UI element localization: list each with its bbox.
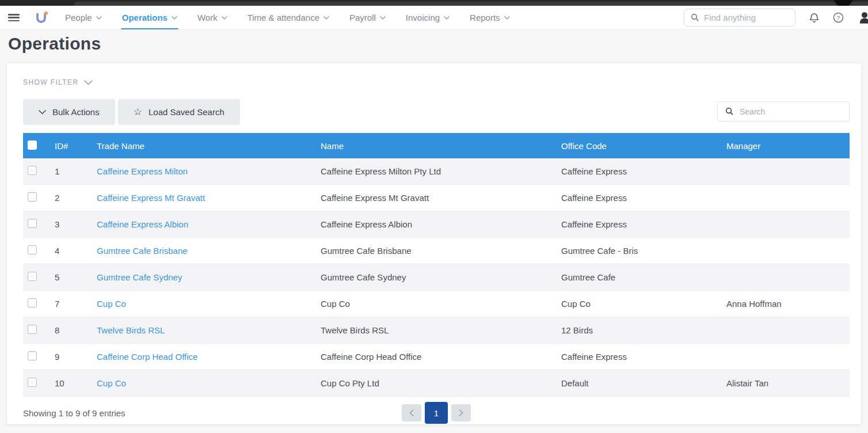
cell-office-code: Caffeine Express	[561, 219, 726, 229]
trade-name-link[interactable]: Caffeine Express Mt Gravatt	[97, 193, 205, 203]
cell-name: Gumtree Cafe Sydney	[321, 272, 561, 282]
row-checkbox[interactable]	[28, 192, 37, 202]
notifications-bell-icon[interactable]	[809, 12, 820, 24]
chevron-down-icon	[222, 16, 227, 20]
row-checkbox[interactable]	[28, 219, 37, 228]
svg-text:?: ?	[837, 14, 840, 21]
row-checkbox[interactable]	[28, 378, 37, 387]
page-title: Operations	[8, 34, 101, 54]
table-header: ID# Trade Name Name Office Code Manager	[23, 133, 850, 158]
row-checkbox[interactable]	[28, 272, 37, 281]
chevron-down-icon	[96, 16, 102, 20]
table-search-box[interactable]	[717, 101, 850, 121]
global-search-box[interactable]	[684, 9, 795, 26]
pagination-prev-button[interactable]	[402, 404, 421, 421]
column-header-office-code[interactable]: Office Code	[561, 141, 726, 151]
column-header-id[interactable]: ID#	[55, 141, 97, 151]
global-search-input[interactable]	[704, 13, 789, 22]
trade-name-link[interactable]: Caffeine Corp Head Office	[97, 352, 197, 362]
showing-entries-text: Showing 1 to 9 of 9 entries	[23, 408, 125, 418]
column-header-trade-name[interactable]: Trade Name	[97, 141, 321, 151]
cell-trade-name: Cup Co	[97, 378, 321, 388]
trade-name-link[interactable]: Caffeine Express Albion	[97, 219, 188, 229]
row-checkbox[interactable]	[28, 245, 37, 255]
chevron-down-icon	[444, 16, 450, 20]
cell-office-code: Caffeine Express	[561, 193, 726, 203]
trade-name-link[interactable]: Cup Co	[97, 378, 126, 388]
cell-name: Caffeine Express Albion	[321, 219, 561, 229]
trade-name-link[interactable]: Gumtree Cafe Brisbane	[97, 246, 188, 256]
help-icon[interactable]: ?	[833, 12, 844, 23]
row-checkbox[interactable]	[28, 325, 37, 334]
cell-trade-name: Twelve Birds RSL	[97, 325, 321, 335]
app-logo[interactable]	[35, 12, 49, 24]
cell-id: 4	[55, 246, 97, 256]
show-filter-label: SHOW FILTER	[23, 78, 79, 86]
cell-trade-name: Caffeine Express Milton	[97, 166, 321, 176]
bulk-actions-button[interactable]: Bulk Actions	[23, 99, 115, 125]
table-row: 8Twelve Birds RSLTwelve Birds RSL12 Bird…	[23, 317, 850, 344]
cell-name: Gumtree Cafe Brisbane	[321, 246, 561, 256]
nav-item-label: Time & attendance	[248, 13, 319, 22]
cell-trade-name: Gumtree Cafe Brisbane	[97, 246, 321, 256]
cell-id: 7	[55, 299, 97, 309]
nav-item-time-attendance[interactable]: Time & attendance	[248, 6, 329, 30]
table-footer: Showing 1 to 9 of 9 entries 1	[23, 397, 850, 429]
table-row: 4Gumtree Cafe BrisbaneGumtree Cafe Brisb…	[23, 238, 850, 264]
nav-item-label: Reports	[470, 13, 500, 22]
browser-tab	[74, 2, 868, 6]
select-all-checkbox[interactable]	[28, 140, 37, 150]
table-row: 10Cup CoCup Co Pty LtdDefaultAlistair Ta…	[23, 370, 850, 397]
cell-office-code: Cup Co	[561, 299, 726, 309]
table-row: 5Gumtree Cafe SydneyGumtree Cafe SydneyG…	[23, 264, 850, 291]
column-header-name[interactable]: Name	[321, 141, 561, 151]
row-checkbox[interactable]	[28, 351, 37, 360]
cell-office-code: Caffeine Express	[561, 352, 726, 362]
trade-name-link[interactable]: Caffeine Express Milton	[97, 166, 188, 176]
row-checkbox[interactable]	[28, 166, 37, 175]
table-row: 1Caffeine Express MiltonCaffeine Express…	[23, 158, 850, 185]
nav-item-invoicing[interactable]: Invoicing	[406, 6, 450, 30]
cell-office-code: Caffeine Express	[561, 166, 726, 176]
cell-name: Cup Co	[321, 299, 561, 309]
pagination-page-1-button[interactable]: 1	[425, 402, 448, 424]
nav-item-work[interactable]: Work	[197, 6, 227, 30]
nav-item-people[interactable]: People	[65, 6, 102, 30]
chevron-down-icon	[380, 16, 386, 20]
nav-item-label: People	[65, 13, 92, 22]
nav-item-operations[interactable]: Operations	[122, 6, 177, 30]
show-filter-toggle[interactable]: SHOW FILTER	[23, 78, 93, 86]
cell-id: 5	[55, 272, 97, 282]
nav-item-payroll[interactable]: Payroll	[349, 6, 386, 30]
trade-name-link[interactable]: Gumtree Cafe Sydney	[97, 272, 182, 282]
cell-trade-name: Caffeine Express Mt Gravatt	[97, 193, 321, 203]
nav-item-label: Invoicing	[406, 13, 440, 22]
row-checkbox[interactable]	[28, 298, 37, 307]
trade-name-link[interactable]: Twelve Birds RSL	[97, 325, 165, 335]
operations-panel: SHOW FILTER Bulk Actions ☆ Load Saved Se…	[7, 63, 861, 424]
nav-item-label: Work	[197, 13, 218, 22]
actions-row: Bulk Actions ☆ Load Saved Search	[23, 99, 850, 125]
cell-id: 2	[55, 193, 97, 203]
search-icon	[691, 13, 699, 22]
cell-id: 9	[55, 352, 97, 362]
pagination-next-button[interactable]	[451, 404, 471, 421]
cell-office-code: Default	[561, 378, 726, 388]
table-body: 1Caffeine Express MiltonCaffeine Express…	[23, 158, 850, 397]
user-avatar[interactable]	[857, 10, 868, 25]
table-row: 9Caffeine Corp Head OfficeCaffeine Corp …	[23, 344, 850, 370]
cell-id: 10	[55, 378, 97, 388]
cell-office-code: 12 Birds	[561, 325, 726, 335]
cell-id: 1	[55, 166, 97, 176]
column-header-manager[interactable]: Manager	[726, 141, 850, 151]
cell-trade-name: Cup Co	[97, 299, 321, 309]
menu-icon[interactable]	[8, 14, 20, 21]
load-saved-search-button[interactable]: ☆ Load Saved Search	[118, 99, 240, 125]
nav-item-reports[interactable]: Reports	[470, 6, 510, 30]
cell-office-code: Gumtree Cafe - Bris	[561, 246, 726, 256]
trade-name-link[interactable]: Cup Co	[97, 299, 126, 309]
search-icon	[725, 107, 734, 116]
chevron-down-icon	[84, 80, 93, 85]
table-search-input[interactable]	[740, 107, 842, 116]
chevron-down-icon	[39, 110, 46, 115]
